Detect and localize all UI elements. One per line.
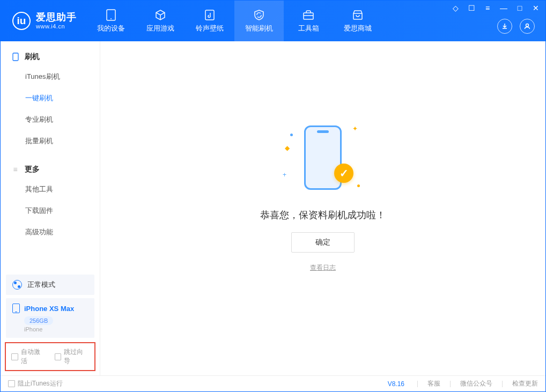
sidebar: 刷机 iTunes刷机 一键刷机 专业刷机 批量刷机 ≡ 更多 其他工具 下载固… — [1, 41, 100, 375]
checkbox-label: 阻止iTunes运行 — [18, 379, 63, 388]
checkbox-skip-guide[interactable]: 跳过向导 — [55, 347, 90, 366]
nav-label: 智能刷机 — [245, 24, 273, 33]
support-link[interactable]: 客服 — [427, 379, 440, 388]
list-icon: ≡ — [11, 166, 19, 174]
sparkle-icon: ✦ — [352, 125, 358, 132]
svg-point-1 — [110, 18, 112, 19]
phone-icon — [11, 53, 19, 61]
checkbox-block-itunes[interactable]: 阻止iTunes运行 — [8, 379, 63, 388]
check-update-link[interactable]: 检查更新 — [512, 379, 538, 388]
checkbox-icon — [55, 353, 62, 360]
main-content: ✓ ✦ + ◆ 恭喜您，保资料刷机成功啦！ 确定 查看日志 — [100, 41, 545, 375]
store-icon — [351, 9, 364, 21]
nav-my-device[interactable]: 我的设备 — [86, 1, 136, 41]
window-controls: ◇ ☐ ≡ — □ ✕ — [451, 4, 540, 12]
sparkle-icon: ◆ — [285, 144, 290, 152]
svg-point-4 — [526, 24, 529, 27]
logo-text: 爱思助手 www.i4.cn — [36, 12, 77, 29]
theme-icon[interactable]: ◇ — [451, 4, 460, 12]
refresh-shield-icon — [253, 9, 265, 21]
sidebar-item-oneclick-flash[interactable]: 一键刷机 — [1, 87, 100, 109]
sidebar-item-download-firmware[interactable]: 下载固件 — [1, 200, 100, 221]
success-illustration: ✓ ✦ + ◆ — [283, 117, 363, 198]
dot-icon — [357, 184, 360, 187]
checkmark-badge-icon: ✓ — [334, 164, 353, 183]
app-header: iu 爱思助手 www.i4.cn 我的设备 应用游戏 铃声壁纸 智能刷机 工具… — [1, 1, 545, 41]
svg-rect-5 — [13, 53, 18, 61]
device-storage-badge: 256GB — [24, 316, 53, 325]
sidebar-section-more: ≡ 更多 其他工具 下载固件 高级功能 — [1, 154, 100, 245]
device-phone-icon — [12, 304, 20, 313]
sidebar-item-pro-flash[interactable]: 专业刷机 — [1, 109, 100, 130]
app-name: 爱思助手 — [36, 12, 77, 23]
music-icon — [203, 9, 216, 21]
device-card[interactable]: iPhone XS Max 256GB iPhone — [6, 298, 94, 338]
divider — [450, 381, 451, 387]
sidebar-head-more: ≡ 更多 — [1, 160, 100, 179]
sidebar-item-other-tools[interactable]: 其他工具 — [1, 179, 100, 200]
minimize-button[interactable]: — — [499, 4, 508, 12]
sidebar-head-flash: 刷机 — [1, 48, 100, 66]
maximize-button[interactable]: □ — [515, 4, 524, 12]
phone-illustration-icon — [304, 125, 342, 190]
options-row: 自动激活 跳过向导 — [5, 342, 95, 371]
sparkle-icon: + — [283, 171, 286, 179]
nav-smart-flash[interactable]: 智能刷机 — [234, 1, 284, 41]
download-button[interactable] — [497, 19, 512, 34]
nav-label: 铃声壁纸 — [196, 24, 224, 33]
checkbox-label: 自动激活 — [21, 347, 46, 366]
nav-label: 工具箱 — [298, 24, 319, 33]
cube-icon — [154, 9, 167, 21]
dot-icon — [290, 134, 293, 136]
top-nav: 我的设备 应用游戏 铃声壁纸 智能刷机 工具箱 爱思商城 — [86, 1, 382, 41]
sidebar-item-itunes-flash[interactable]: iTunes刷机 — [1, 66, 100, 87]
status-card[interactable]: 正常模式 — [6, 275, 94, 295]
svg-rect-3 — [304, 13, 313, 19]
version-label: V8.16 — [388, 380, 404, 388]
footer: 阻止iTunes运行 V8.16 客服 微信公众号 检查更新 — [1, 375, 545, 391]
close-button[interactable]: ✕ — [532, 4, 540, 12]
sidebar-item-batch-flash[interactable]: 批量刷机 — [1, 130, 100, 152]
mode-icon — [12, 280, 22, 290]
nav-label: 我的设备 — [97, 24, 125, 33]
checkbox-auto-activate[interactable]: 自动激活 — [11, 347, 46, 366]
checkbox-icon — [11, 353, 18, 360]
nav-label: 应用游戏 — [146, 24, 174, 33]
nav-apps-games[interactable]: 应用游戏 — [136, 1, 185, 41]
checkbox-label: 跳过向导 — [64, 347, 89, 366]
divider — [502, 381, 503, 387]
logo-area: iu 爱思助手 www.i4.cn — [1, 12, 86, 30]
footer-right: V8.16 客服 微信公众号 检查更新 — [388, 379, 538, 388]
success-message: 恭喜您，保资料刷机成功啦！ — [260, 209, 386, 221]
device-icon — [105, 9, 117, 21]
checkbox-icon — [8, 380, 15, 387]
sidebar-item-advanced[interactable]: 高级功能 — [1, 221, 100, 243]
nav-store[interactable]: 爱思商城 — [333, 1, 382, 41]
app-url: www.i4.cn — [36, 23, 77, 30]
nav-toolbox[interactable]: 工具箱 — [284, 1, 333, 41]
confirm-button[interactable]: 确定 — [291, 232, 355, 253]
wechat-link[interactable]: 微信公众号 — [460, 379, 492, 388]
mode-label: 正常模式 — [27, 280, 55, 290]
section-title: 更多 — [25, 165, 40, 174]
section-title: 刷机 — [25, 52, 40, 62]
device-name: iPhone XS Max — [24, 305, 74, 313]
sidebar-bottom: 正常模式 iPhone XS Max 256GB iPhone 自动激活 跳过向… — [1, 271, 100, 375]
device-type: iPhone — [24, 326, 88, 332]
view-log-link[interactable]: 查看日志 — [310, 263, 336, 272]
feedback-icon[interactable]: ☐ — [467, 4, 476, 12]
header-actions — [497, 19, 535, 34]
logo-icon: iu — [12, 12, 31, 30]
menu-icon[interactable]: ≡ — [483, 4, 492, 12]
toolbox-icon — [302, 9, 315, 21]
nav-label: 爱思商城 — [344, 24, 372, 33]
user-button[interactable] — [520, 19, 535, 34]
sidebar-section-flash: 刷机 iTunes刷机 一键刷机 专业刷机 批量刷机 — [1, 41, 100, 154]
svg-rect-2 — [205, 10, 214, 20]
nav-ringtones-wallpapers[interactable]: 铃声壁纸 — [185, 1, 234, 41]
divider — [417, 381, 418, 387]
